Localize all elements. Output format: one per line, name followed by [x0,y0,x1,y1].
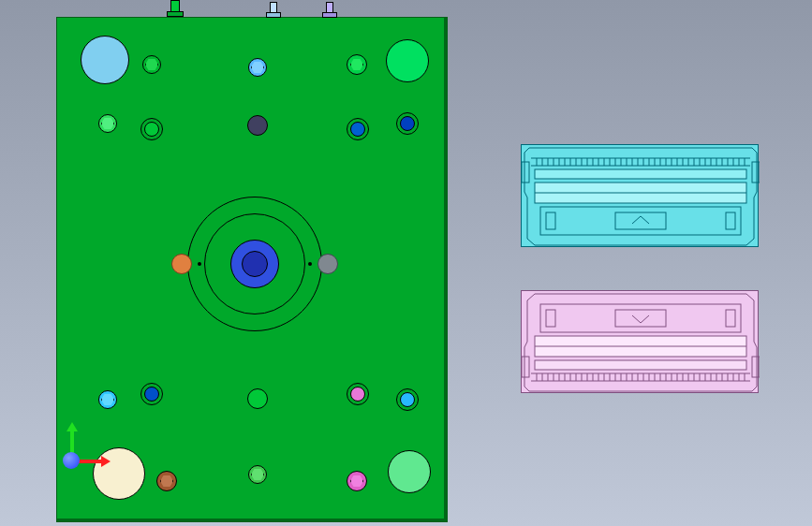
molded-part-bottom[interactable] [521,290,759,393]
top-peg-3-base [322,12,337,18]
corner-hole-tr[interactable] [386,39,429,82]
x-axis-head-icon [101,456,111,467]
svg-rect-95 [726,310,735,327]
center-hole [242,251,268,277]
guide-pin-r4c5 [400,392,415,407]
guide-pin-r2c2 [144,122,159,137]
svg-rect-93 [615,310,666,327]
part-bottom-detail-icon [522,291,760,394]
flank-hole-left[interactable] [171,254,192,274]
guide-pin-r4c2 [144,387,159,402]
svg-rect-97 [752,357,760,377]
y-axis-head-icon [66,422,78,431]
svg-rect-46 [726,212,735,229]
svg-rect-92 [540,304,741,332]
svg-rect-40 [535,169,746,179]
z-axis-origin-icon [63,452,80,469]
hole-r2c3[interactable] [247,115,268,136]
svg-rect-47 [522,162,529,183]
svg-rect-43 [540,207,741,235]
guide-pin-r2c4 [350,122,365,137]
center-ref-left [198,262,201,266]
cad-viewport[interactable] [0,0,812,526]
top-peg-1-base [167,11,184,17]
center-ref-right [308,262,312,266]
corner-hole-br[interactable] [388,450,431,493]
corner-hole-tl[interactable] [81,36,129,84]
svg-rect-45 [546,212,555,229]
svg-rect-96 [522,357,529,377]
molded-part-top[interactable] [521,144,759,247]
flank-hole-right[interactable] [317,254,338,274]
origin-triad[interactable] [54,426,111,482]
guide-pin-r2c5 [400,116,415,131]
svg-rect-89 [535,360,746,370]
guide-pin-r4c4 [350,387,365,402]
hole-r4c3[interactable] [247,388,268,409]
svg-rect-94 [546,310,555,327]
part-top-detail-icon [522,145,760,248]
top-peg-2-base [266,12,281,18]
svg-rect-48 [752,162,760,183]
svg-rect-44 [615,212,666,229]
